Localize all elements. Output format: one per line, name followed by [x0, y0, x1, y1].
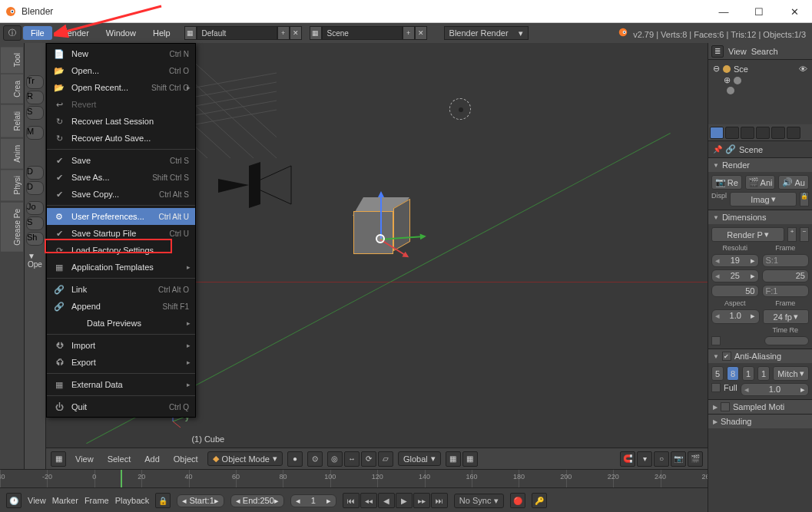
tl-menu[interactable]: Frame [85, 496, 109, 505]
render-preset-select[interactable]: Render P▾ [711, 227, 784, 242]
tool-button[interactable]: M [26, 126, 44, 140]
aa-16-button[interactable]: 1 [757, 366, 770, 381]
aa-checkbox[interactable]: ✔ [722, 352, 731, 361]
toolshelf-tab[interactable]: Anim [1, 139, 23, 169]
tool-button[interactable]: S [26, 106, 44, 120]
play-reverse-icon[interactable]: ◀ [378, 493, 395, 508]
proportional-edit[interactable]: ○ [654, 451, 669, 467]
vp-menu-object[interactable]: Object [169, 454, 203, 464]
file-menu-item[interactable]: 📄NewCtrl N [47, 45, 195, 62]
file-menu-item[interactable]: ⮋Import [47, 337, 195, 354]
tool-button[interactable]: S [26, 216, 44, 230]
menu-file[interactable]: File [23, 26, 52, 40]
manipulator-center[interactable] [376, 234, 385, 243]
toolshelf-tab[interactable]: Crea [1, 74, 23, 104]
mode-select[interactable]: ◆Object Mode▾ [207, 451, 283, 466]
aspect-x-field[interactable]: ◂1.0▸ [711, 309, 760, 324]
fps-select[interactable]: 24 fp▾ [763, 309, 810, 324]
file-menu-item[interactable]: ▦External Data [47, 376, 195, 393]
timeline-ruler[interactable]: -40-200204060801001201401601802002202402… [0, 470, 708, 488]
keyframe-prev-icon[interactable]: ◂◂ [360, 493, 377, 508]
manipulator-toggle[interactable]: ↔ [344, 451, 360, 467]
tab-object-icon[interactable] [771, 127, 785, 139]
frame-start-field[interactable]: S:1 [762, 254, 810, 267]
render-engine-select[interactable]: Blender Render▾ [444, 26, 529, 40]
frame-end-field[interactable]: 25 [762, 269, 810, 282]
motion-blur-checkbox[interactable] [721, 402, 730, 411]
toolshelf-tab[interactable]: Relati [1, 105, 23, 137]
res-pct-field[interactable]: 50 [711, 285, 759, 297]
tool-button[interactable]: Tr [26, 75, 44, 89]
layout-add-button[interactable]: + [277, 26, 290, 40]
animation-button[interactable]: 🎬Ani [745, 175, 776, 190]
outliner-item[interactable] [713, 86, 807, 95]
panel-header[interactable]: Sampled Moti [708, 400, 812, 414]
tab-scene-icon[interactable] [741, 127, 754, 139]
scene-del-button[interactable]: ✕ [415, 26, 427, 40]
file-menu-item[interactable]: ↻Recover Auto Save... [47, 130, 195, 147]
vp-menu-select[interactable]: Select [103, 454, 136, 464]
render-button[interactable]: 📷Re [711, 175, 742, 190]
layer-button[interactable]: ▦ [462, 451, 478, 467]
render-preview-icon[interactable]: 📷 [671, 451, 686, 467]
aa-8-button[interactable]: 8 [727, 366, 739, 381]
jump-end-icon[interactable]: ⏭ [431, 493, 448, 508]
outliner-menu[interactable]: View [728, 47, 747, 56]
keying-set-icon[interactable]: 🔑 [532, 493, 547, 508]
scene-browse-icon[interactable]: ▦ [310, 26, 322, 40]
keying-icon[interactable]: 🔴 [510, 493, 525, 508]
file-menu-item[interactable]: ↻Recover Last Session [47, 113, 195, 130]
menu-render[interactable]: Render [54, 26, 97, 40]
editor-type-icon[interactable]: ≣ [711, 45, 724, 58]
editor-type-icon[interactable]: ▦ [51, 451, 66, 467]
toolshelf-tab[interactable]: Grease Pe [1, 203, 23, 252]
lock-icon[interactable]: 🔒 [800, 192, 809, 206]
res-y-field[interactable]: ◂25▸ [711, 269, 759, 282]
tool-button[interactable]: Sh [26, 232, 44, 246]
tab-world-icon[interactable] [756, 127, 770, 139]
play-icon[interactable]: ▶ [396, 493, 413, 508]
file-menu-item[interactable]: Data Previews [47, 315, 195, 332]
layer-button[interactable]: ▦ [446, 451, 461, 467]
file-menu-item[interactable]: ⚙User Preferences...Ctrl Alt U [47, 208, 195, 225]
panel-header[interactable]: ✔Anti-Aliasing [708, 349, 812, 363]
end-frame-field[interactable]: ◂ End:250▸ [230, 494, 284, 507]
file-menu-item[interactable]: ✔Save Startup FileCtrl U [47, 225, 195, 242]
tl-menu[interactable]: Marker [52, 496, 78, 505]
toolshelf-tab[interactable]: Physi [1, 170, 23, 200]
menu-window[interactable]: Window [98, 26, 144, 40]
auto-keyframe-icon[interactable]: 🔒 [155, 493, 171, 508]
file-menu-item[interactable]: 📂Open...Ctrl O [47, 62, 195, 79]
file-menu-item[interactable]: ✔SaveCtrl S [47, 152, 195, 169]
editor-type-icon[interactable]: ⓘ [3, 25, 22, 41]
maximize-button[interactable]: ☐ [741, 0, 777, 23]
sync-mode-select[interactable]: No Sync▾ [454, 494, 505, 508]
layout-browse-icon[interactable]: ▦ [184, 26, 197, 40]
layout-del-button[interactable]: ✕ [290, 26, 302, 40]
panel-header[interactable]: Render [708, 158, 812, 172]
frame-step-field[interactable]: F:1 [762, 285, 810, 297]
toolshelf-tab[interactable]: Tool [1, 47, 23, 73]
cursor-icon[interactable]: ◎ [327, 451, 343, 467]
filter-size-field[interactable]: ◂1.0▸ [741, 383, 809, 396]
outliner-menu[interactable]: Search [751, 47, 778, 56]
lamp-object[interactable] [449, 98, 471, 120]
tl-menu[interactable]: Playback [115, 496, 150, 505]
aa-5-button[interactable]: 5 [711, 366, 724, 381]
tool-button[interactable]: R [26, 91, 44, 104]
display-mode-select[interactable]: Imag▾ [730, 192, 797, 206]
file-menu-item[interactable]: ⏻QuitCtrl Q [47, 398, 195, 415]
outliner-item[interactable]: ⊕ [713, 74, 807, 86]
res-x-field[interactable]: ◂19▸ [711, 254, 759, 267]
tool-button[interactable]: D [26, 166, 44, 180]
z-axis-handle[interactable] [380, 193, 382, 239]
vp-menu-add[interactable]: Add [140, 454, 164, 464]
audio-button[interactable]: 🔊Au [778, 175, 809, 190]
file-menu-item[interactable]: ✔Save As...Shift Ctrl S [47, 169, 195, 186]
camera-object[interactable] [218, 162, 295, 216]
operator-panel-header[interactable]: ▼ Ope [25, 247, 45, 273]
jump-start-icon[interactable]: ⏮ [343, 493, 360, 508]
full-sample-checkbox[interactable] [711, 383, 721, 392]
minimize-button[interactable]: — [706, 0, 741, 23]
current-frame-field[interactable]: ◂1▸ [290, 494, 336, 507]
